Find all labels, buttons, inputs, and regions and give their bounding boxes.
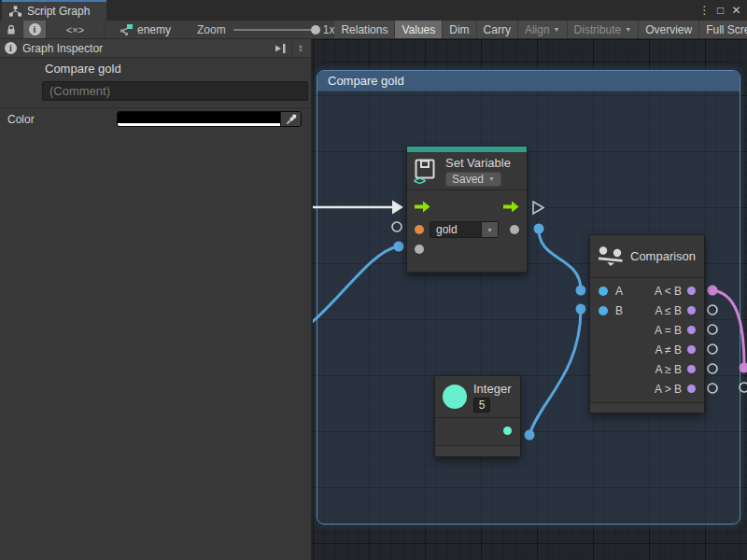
- chevron-down-icon: ▼: [486, 227, 493, 233]
- tab-title: Script Graph: [27, 5, 90, 18]
- lock-icon: [7, 24, 16, 35]
- graph-breadcrumb[interactable]: enemy: [120, 21, 171, 38]
- output-label: A ≠ B: [655, 343, 682, 357]
- inspect-toggle-button[interactable]: i: [23, 21, 47, 38]
- graph-name: enemy: [137, 23, 171, 36]
- output-label: A < B: [655, 285, 682, 298]
- zoom-label: Zoom: [197, 23, 226, 36]
- zoom-slider[interactable]: [233, 29, 316, 31]
- graph-inspector-header[interactable]: i Graph Inspector ▲ ▼: [0, 39, 311, 58]
- input-label-b: B: [615, 304, 623, 317]
- carry-button[interactable]: Carry: [477, 21, 518, 38]
- values-button[interactable]: Values: [395, 21, 443, 38]
- scroll-spinner[interactable]: ▲ ▼: [291, 42, 306, 55]
- variable-dropdown-button[interactable]: ▼: [482, 221, 499, 238]
- input-label-a: A: [615, 285, 623, 298]
- node-footer: [590, 402, 704, 413]
- scope-dropdown[interactable]: Saved ▼: [445, 172, 501, 187]
- comment-input[interactable]: [42, 81, 308, 101]
- scale-icon: [598, 246, 624, 266]
- node-footer: [407, 272, 527, 273]
- scope-value: Saved: [452, 173, 484, 186]
- output-port-notequal[interactable]: [687, 345, 696, 354]
- overview-button[interactable]: Overview: [639, 21, 699, 38]
- chevron-down-icon: ▼: [625, 26, 631, 33]
- node-title: Integer: [473, 382, 511, 396]
- input-port-b[interactable]: [599, 306, 608, 315]
- divider: [0, 107, 311, 108]
- flow-out-port[interactable]: [503, 201, 519, 213]
- variable-name: gold: [436, 223, 458, 236]
- graph-toolbar: i <×> enemy Zoom 1x Relations Values Dim…: [0, 21, 747, 39]
- info-icon: i: [5, 42, 17, 54]
- node-title: Comparison: [630, 249, 696, 263]
- dock-panel-icon[interactable]: [275, 43, 287, 54]
- output-port-equal[interactable]: [687, 326, 696, 334]
- output-port-less[interactable]: [687, 287, 696, 295]
- group-title: Compare gold: [328, 74, 404, 88]
- output-value-port[interactable]: [510, 225, 519, 234]
- info-icon: i: [29, 23, 41, 35]
- output-label: A = B: [655, 324, 682, 337]
- distribute-button[interactable]: Distribute ▼: [568, 21, 640, 38]
- integer-icon: [443, 385, 467, 409]
- color-swatch[interactable]: [118, 112, 280, 126]
- output-port-greater[interactable]: [687, 385, 696, 393]
- integer-value-input[interactable]: [473, 398, 490, 413]
- ports-icon: <×>: [66, 24, 84, 35]
- inspector-title: Graph Inspector: [22, 42, 103, 55]
- variable-name-port[interactable]: [415, 225, 424, 234]
- zoom-value: 1x: [323, 23, 335, 36]
- relations-button[interactable]: Relations: [334, 21, 395, 38]
- output-label: A ≥ B: [655, 363, 682, 376]
- node-title: Set Variable: [445, 156, 511, 170]
- flow-in-port[interactable]: [415, 201, 430, 213]
- graph-hierarchy-icon: [9, 6, 21, 17]
- save-variable-icon: <>: [415, 159, 439, 184]
- graph-canvas[interactable]: Compare gold: [313, 39, 747, 560]
- comparison-node[interactable]: Comparison A A < B B A ≤ B A = B A ≠ B A…: [589, 234, 705, 413]
- set-variable-node[interactable]: <> Set Variable Saved ▼: [406, 146, 528, 273]
- align-button[interactable]: Align ▼: [518, 21, 568, 38]
- color-field[interactable]: [117, 111, 302, 127]
- alpha-bar: [118, 123, 280, 126]
- variable-brackets-icon: <>: [414, 175, 425, 188]
- output-label: A > B: [655, 383, 682, 396]
- input-value-port[interactable]: [415, 245, 424, 254]
- eyedropper-icon: [286, 114, 297, 125]
- embed-graph-icon: [120, 24, 133, 35]
- eyedropper-button[interactable]: [280, 112, 301, 126]
- fullscreen-button[interactable]: Full Screen: [699, 21, 747, 38]
- ports-toggle-button[interactable]: <×>: [47, 21, 105, 38]
- variable-dropdown[interactable]: gold: [430, 221, 482, 238]
- script-graph-tab[interactable]: Script Graph: [2, 0, 106, 21]
- window-menu-button[interactable]: ⋮: [697, 2, 712, 19]
- integer-output-port[interactable]: [503, 427, 512, 435]
- output-port-lessequal[interactable]: [687, 306, 696, 315]
- close-button[interactable]: ✕: [728, 2, 744, 19]
- unconnected-port-circle[interactable]: [740, 383, 747, 392]
- align-label: Align: [525, 23, 550, 36]
- maximize-button[interactable]: □: [712, 2, 728, 19]
- title-bar: Script Graph ⋮ □ ✕: [0, 0, 747, 21]
- color-label: Color: [7, 113, 35, 126]
- chevron-down-icon: ▼: [488, 175, 495, 182]
- spin-down-icon[interactable]: ▼: [298, 49, 303, 53]
- integer-node[interactable]: Integer: [434, 375, 521, 457]
- graph-title: Compare gold: [45, 62, 121, 76]
- distribute-label: Distribute: [574, 23, 622, 36]
- group-header[interactable]: Compare gold: [317, 71, 740, 91]
- output-label: A ≤ B: [655, 304, 682, 317]
- chevron-down-icon: ▼: [554, 26, 560, 33]
- zoom-slider-handle[interactable]: [311, 25, 320, 35]
- input-port-a[interactable]: [599, 287, 608, 296]
- dim-button[interactable]: Dim: [443, 21, 476, 38]
- output-port-greaterequal[interactable]: [687, 365, 696, 373]
- node-footer: [435, 445, 520, 456]
- lock-button[interactable]: [0, 21, 23, 38]
- graph-inspector-panel: i Graph Inspector ▲ ▼ Compare gold Color: [0, 39, 313, 560]
